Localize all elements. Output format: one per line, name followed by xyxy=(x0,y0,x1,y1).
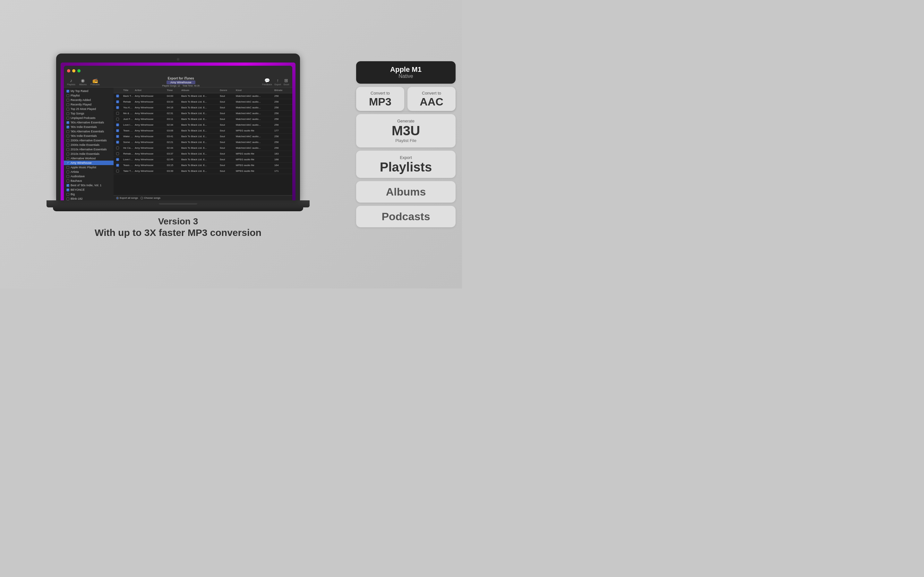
export-all-radio-dot[interactable] xyxy=(116,197,119,199)
sidebar-item-playlist[interactable]: Playlist xyxy=(64,93,113,98)
sidebar-item-80s-alt[interactable]: ✓ '80s Alternative Essentials xyxy=(64,120,113,125)
sidebar-checkbox-audioslave[interactable] xyxy=(66,175,69,178)
sidebar-item-blink182[interactable]: Blink-182 xyxy=(64,197,113,200)
row-checkbox-14[interactable] xyxy=(116,169,119,172)
table-row[interactable]: Take The Box (Live at Kalksch... Amy Win… xyxy=(113,168,292,174)
sidebar-item-90s-indie[interactable]: '90s Indie Essentials xyxy=(64,134,113,138)
sidebar-item-my-top-rated[interactable]: ✓ My Top Rated xyxy=(64,89,113,93)
export-playlists-card[interactable]: Export Playlists xyxy=(356,151,456,178)
row-checkbox-3[interactable]: ✓ xyxy=(116,106,119,109)
sidebar-checkbox-2010s-alt[interactable] xyxy=(66,148,69,151)
row-checkbox-6[interactable]: ✓ xyxy=(116,123,119,126)
playlists-icon: ♪ xyxy=(70,78,72,83)
convert-mp3-card[interactable]: Convert to MP3 xyxy=(356,87,404,111)
podcasts-toolbar-icon[interactable]: 📻 Podcasts xyxy=(90,78,100,85)
podcasts-card[interactable]: Podcasts xyxy=(356,206,456,227)
apple-m1-card[interactable]: Apple M1 Native xyxy=(356,61,456,84)
sidebar-item-amy-winehouse[interactable]: ✓ Amy Winehouse xyxy=(64,161,113,165)
row-checkbox-10[interactable] xyxy=(116,147,119,149)
sidebar-item-bauhaus[interactable]: Bauhaus xyxy=(64,179,113,183)
sidebar-checkbox-artista[interactable] xyxy=(66,171,69,173)
row-checkbox-9[interactable]: ✓ xyxy=(116,141,119,143)
sidebar-item-beyonce[interactable]: ✓ BEYONCÉ xyxy=(64,187,113,192)
row-checkbox-13[interactable]: ✓ xyxy=(116,164,119,167)
sidebar-item-big[interactable]: Big xyxy=(64,192,113,197)
sidebar-item-90s-alt[interactable]: '90s Alternative Essentials xyxy=(64,129,113,134)
minimize-button[interactable] xyxy=(72,69,75,73)
sidebar-checkbox-top25[interactable] xyxy=(66,108,69,111)
table-row[interactable]: ✓ Some Unholy War Amy Winehouse 02:21 Ba… xyxy=(113,139,292,145)
table-row[interactable]: ✓ Tears Dry On Their Own (Live... Amy Wi… xyxy=(113,163,292,168)
table-row[interactable]: ✓ Wake Up Alone Amy Winehouse 03:41 Back… xyxy=(113,134,292,139)
sidebar-checkbox-bauhaus[interactable] xyxy=(66,179,69,182)
row-checkbox-5[interactable] xyxy=(116,118,119,121)
row-checkbox-4[interactable] xyxy=(116,112,119,115)
sidebar-checkbox-90s-alt[interactable] xyxy=(66,130,69,133)
sidebar-checkbox-2000s-alt[interactable] xyxy=(66,139,69,142)
table-row[interactable]: He Can Only Hold Her Amy Winehouse 02:44… xyxy=(113,145,292,151)
m3u-card[interactable]: Generate M3U Playlist File xyxy=(356,114,456,147)
sidebar-checkbox-blink182[interactable] xyxy=(66,197,69,200)
albums-toolbar-icon[interactable]: ◉ Albums xyxy=(79,78,87,85)
close-button[interactable] xyxy=(67,69,70,73)
sidebar-checkbox-alt-workout[interactable] xyxy=(66,157,69,160)
row-checkbox-1[interactable]: ✓ xyxy=(116,95,119,97)
table-row[interactable]: Just Friends Amy Winehouse 03:11 Back To… xyxy=(113,116,292,122)
sidebar-checkbox-recently-played[interactable] xyxy=(66,103,69,106)
table-row[interactable]: ✓ Love Is A Losing Game Amy Winehouse 02… xyxy=(113,122,292,128)
sidebar-item-2000s-indie[interactable]: 2000s Indie Essentials xyxy=(64,143,113,147)
albums-card[interactable]: Albums xyxy=(356,181,456,203)
sidebar-item-recently-played[interactable]: Recently Played xyxy=(64,102,113,107)
sidebar-checkbox-amy[interactable]: ✓ xyxy=(66,161,69,164)
table-row[interactable]: ✓ Tears Dry On Their Own Amy Winehouse 0… xyxy=(113,128,292,134)
sidebar-item-top25[interactable]: Top 25 Most Played xyxy=(64,107,113,111)
sidebar-item-2010s-indie[interactable]: 2010s Indie Essentials xyxy=(64,152,113,156)
sidebar-checkbox-playlist[interactable] xyxy=(66,94,69,97)
cell-album-10: Back To Black Ltd. E... xyxy=(181,146,219,150)
sidebar-checkbox-80s-indie[interactable]: ✓ xyxy=(66,126,69,129)
row-checkbox-7[interactable]: ✓ xyxy=(116,129,119,132)
sidebar-item-2000s-alt[interactable]: 2000s Alternative Essentials xyxy=(64,138,113,143)
sidebar-checkbox-recently-added[interactable] xyxy=(66,99,69,102)
sidebar-checkbox-unplayed[interactable] xyxy=(66,117,69,119)
sidebar-checkbox-top-songs[interactable] xyxy=(66,112,69,115)
row-checkbox-11[interactable] xyxy=(116,152,119,155)
row-checkbox-2[interactable]: ✓ xyxy=(116,100,119,103)
table-row[interactable]: ✓ You Know I'm No Good Amy Winehouse 04:… xyxy=(113,105,292,111)
sidebar-item-audioslave[interactable]: Audioslave xyxy=(64,174,113,179)
sidebar-item-best-80s[interactable]: ✓ Best of '80s Indie, Vol. 1 xyxy=(64,183,113,187)
sidebar-item-unplayed-podcasts[interactable]: Unplayed Podcasts xyxy=(64,116,113,120)
row-checkbox-8[interactable]: ✓ xyxy=(116,135,119,138)
table-row[interactable]: Rehab (Live at Kalkscheune, B... Amy Win… xyxy=(113,151,292,157)
row-checkbox-12[interactable]: ✓ xyxy=(116,158,119,161)
sidebar-checkbox-80s-alt[interactable]: ✓ xyxy=(66,121,69,124)
sidebar-item-2010s-alt[interactable]: 2010s Alternative Essentials xyxy=(64,147,113,152)
maximize-button[interactable] xyxy=(78,69,81,73)
feedback-button[interactable]: 💬 Feedback xyxy=(262,78,272,85)
convert-aac-card[interactable]: Convert to AAC xyxy=(407,87,456,111)
table-row[interactable]: Me & Mr. Jones Amy Winehouse 02:31 Back … xyxy=(113,111,292,116)
sidebar-item-80s-indie[interactable]: ✓ '80s Indie Essentials xyxy=(64,125,113,129)
choose-songs-radio[interactable]: Choose songs xyxy=(141,197,160,199)
table-row[interactable]: ✓ Love Is A Losing Game (Live a... Amy W… xyxy=(113,157,292,163)
sidebar-item-alt-workout[interactable]: Alternative Workout xyxy=(64,156,113,161)
sidebar-checkbox-90s-indie[interactable] xyxy=(66,135,69,137)
export-button[interactable]: ↑ Export xyxy=(275,78,281,85)
choose-songs-radio-dot[interactable] xyxy=(141,197,143,199)
playlists-toolbar-icon[interactable]: ♪ Playlists xyxy=(67,78,75,85)
sidebar-item-recently-added[interactable]: Recently Added xyxy=(64,98,113,102)
sidebar-item-apple-music[interactable]: Apple Music Playlist xyxy=(64,165,113,169)
excel-button[interactable]: ⊞ Excel xyxy=(284,78,289,85)
sidebar-checkbox-2010s-indie[interactable] xyxy=(66,153,69,155)
sidebar-checkbox-my-top-rated[interactable]: ✓ xyxy=(66,90,69,93)
table-row[interactable]: ✓ Rehab Amy Winehouse 03:33 Back To Blac… xyxy=(113,99,292,105)
export-all-radio[interactable]: Export all songs xyxy=(116,197,138,199)
sidebar-item-artista[interactable]: Artista xyxy=(64,169,113,174)
sidebar-checkbox-apple-music[interactable] xyxy=(66,166,69,169)
sidebar-checkbox-big[interactable] xyxy=(66,193,69,196)
sidebar-checkbox-best-80s[interactable]: ✓ xyxy=(66,184,69,187)
sidebar-item-top-songs[interactable]: Top Songs xyxy=(64,111,113,116)
sidebar-checkbox-2000s-indie[interactable] xyxy=(66,143,69,147)
table-row[interactable]: ✓ Back To Black Amy Winehouse 04:00 Back… xyxy=(113,93,292,99)
sidebar-checkbox-beyonce[interactable]: ✓ xyxy=(66,189,69,191)
